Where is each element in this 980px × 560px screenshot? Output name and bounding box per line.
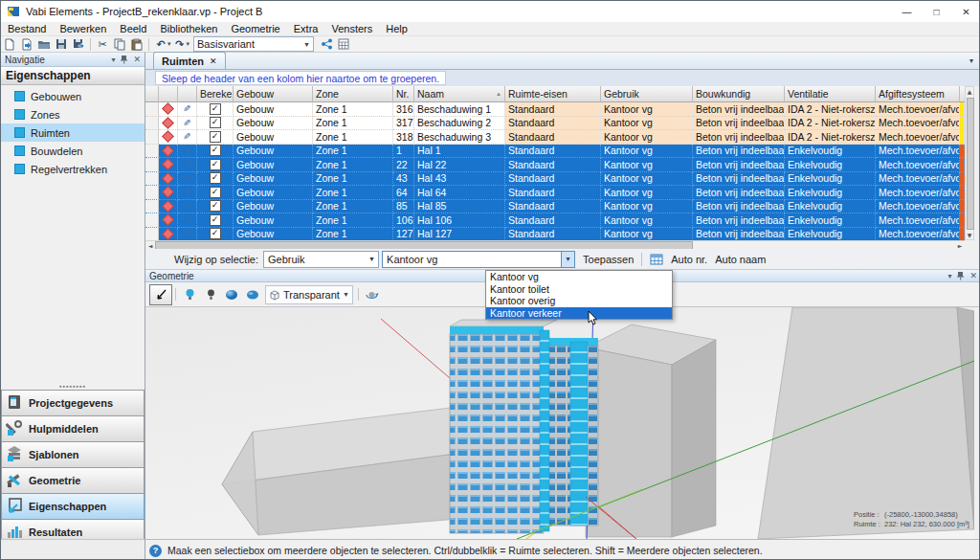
shaded-view-button[interactable]: [221, 285, 242, 304]
dropdown-option[interactable]: Kantoor toilet: [486, 283, 672, 296]
column-header-gebouw[interactable]: Gebouw: [234, 86, 313, 102]
display-mode-combobox[interactable]: Transparant ▼: [265, 285, 353, 304]
bereken-checkbox[interactable]: ✓: [210, 159, 221, 170]
scroll-up-icon[interactable]: ▲: [966, 88, 973, 95]
geometry-3d-viewport[interactable]: Positie : (-25800,-13000,34858) Ruimte :…: [145, 307, 974, 539]
column-header-naam[interactable]: Naam▲: [414, 86, 505, 102]
menu-bestand[interactable]: Bestand: [1, 23, 53, 34]
splitter-handle[interactable]: ▪▪▪▪▪▪▪▪: [1, 382, 145, 390]
column-header-ruimteeisen[interactable]: Ruimte-eisen: [505, 86, 601, 102]
menu-extra[interactable]: Extra: [287, 23, 325, 34]
table-row[interactable]: ✎✓GebouwZone 122Hal 22StandaardKantoor v…: [145, 158, 965, 172]
paste-button[interactable]: [128, 36, 145, 52]
module-button-geometrie[interactable]: Geometrie: [1, 467, 145, 493]
maximize-button[interactable]: □: [922, 1, 951, 22]
table-row[interactable]: ✎✓GebouwZone 164Hal 64StandaardKantoor v…: [145, 186, 965, 200]
auto-naam-button[interactable]: Auto naam: [715, 254, 766, 265]
column-header-bereke[interactable]: Bereke: [197, 86, 234, 102]
pin-icon[interactable]: [956, 271, 965, 280]
new-file-button[interactable]: [1, 36, 18, 52]
menu-bibliotheken[interactable]: Bibliotheken: [153, 23, 224, 34]
sidebar-item-regelvertrekken[interactable]: Regelvertrekken: [1, 160, 145, 178]
menu-help[interactable]: Help: [379, 23, 414, 34]
menu-beeld[interactable]: Beeld: [113, 23, 153, 34]
group-by-bar[interactable]: Sleep de header van een kolom hier naart…: [145, 70, 980, 86]
bereken-checkbox[interactable]: ✓: [210, 131, 221, 143]
menu-geometrie[interactable]: Geometrie: [224, 23, 286, 34]
bereken-checkbox[interactable]: ✓: [210, 172, 221, 184]
close-button[interactable]: ✕: [951, 1, 980, 22]
table-row[interactable]: ✎✓GebouwZone 1106Hal 106StandaardKantoor…: [145, 213, 965, 228]
table-row[interactable]: ✎✓GebouwZone 11Hal 1StandaardKantoor vgB…: [145, 145, 965, 159]
table-row[interactable]: ✎✓GebouwZone 1127Hal 127StandaardKantoor…: [145, 228, 965, 242]
bereken-checkbox[interactable]: ✓: [210, 214, 221, 226]
building-right-tower[interactable]: [758, 307, 974, 539]
cut-button[interactable]: ✂: [94, 36, 111, 52]
sidebar-item-ruimten[interactable]: Ruimten: [1, 123, 145, 142]
bereken-checkbox[interactable]: ✓: [210, 187, 221, 198]
copy-button[interactable]: [111, 36, 128, 52]
scroll-left-icon[interactable]: ◄: [145, 242, 155, 249]
module-button-sjablonen[interactable]: Sjablonen: [1, 441, 145, 467]
column-header-nr[interactable]: Nr.: [393, 86, 414, 102]
table-row[interactable]: ✎✓GebouwZone 1318Beschaduwing 3Standaard…: [145, 130, 965, 145]
module-button-projectgegevens[interactable]: Projectgegevens: [1, 390, 145, 415]
sidebar-item-gebouwen[interactable]: Gebouwen: [1, 87, 145, 105]
scrollbar-thumb[interactable]: [967, 98, 974, 230]
table-vertical-scrollbar[interactable]: ▲ ▼: [965, 86, 974, 240]
module-button-hulpmiddelen[interactable]: Hulpmiddelen: [1, 415, 145, 441]
solid-view-button[interactable]: [242, 285, 263, 304]
redo-dropdown-arrow[interactable]: ▾: [187, 40, 190, 48]
module-button-eigenschappen[interactable]: Eigenschappen: [1, 493, 145, 519]
minimize-button[interactable]: —: [892, 1, 922, 22]
table-row[interactable]: ✎✓GebouwZone 143Hal 43StandaardKantoor v…: [145, 172, 965, 187]
variant-combobox[interactable]: Basisvariant▼: [193, 36, 314, 52]
value-combobox[interactable]: Kantoor vg▼: [382, 251, 575, 268]
dropdown-option[interactable]: Kantoor verkeer: [486, 307, 672, 320]
light-on-button[interactable]: [179, 285, 200, 304]
orbit-tool-button[interactable]: [362, 285, 383, 304]
bereken-checkbox[interactable]: ✓: [210, 145, 221, 156]
chevron-down-icon[interactable]: ▾: [947, 272, 951, 280]
property-combobox[interactable]: Gebruik▼: [263, 251, 379, 268]
pin-icon[interactable]: [120, 55, 128, 64]
menu-vensters[interactable]: Vensters: [324, 23, 379, 34]
chevron-down-icon[interactable]: ▾: [111, 56, 115, 64]
column-header-afgiftesysteem[interactable]: Afgiftesysteem: [876, 86, 960, 102]
sidebar-item-zones[interactable]: Zones: [1, 105, 145, 123]
calculate-button[interactable]: [335, 36, 352, 52]
building-middle-box[interactable]: [586, 325, 716, 537]
gebruik-dropdown-list[interactable]: Kantoor vgKantoor toiletKantoor overigKa…: [485, 270, 673, 320]
light-off-button[interactable]: [200, 285, 221, 304]
table-row[interactable]: ✎✓GebouwZone 1316Beschaduwing 1Standaard…: [145, 102, 965, 117]
column-header-bouwkundig[interactable]: Bouwkundig: [693, 86, 785, 102]
close-icon[interactable]: ✕: [133, 55, 141, 64]
help-icon[interactable]: ?: [149, 545, 162, 557]
import-button[interactable]: [18, 36, 35, 52]
building-selected-tower[interactable]: [450, 320, 598, 533]
dropdown-option[interactable]: Kantoor overig: [486, 295, 672, 307]
table-icon[interactable]: [650, 254, 663, 265]
scroll-down-icon[interactable]: ▼: [966, 232, 973, 238]
column-header-zone[interactable]: Zone: [313, 86, 393, 102]
apply-button[interactable]: Toepassen: [583, 254, 634, 265]
column-header-gebruik[interactable]: Gebruik: [601, 86, 693, 102]
share-button[interactable]: [318, 36, 335, 52]
bereken-checkbox[interactable]: ✓: [210, 103, 221, 115]
auto-nr-button[interactable]: Auto nr.: [671, 254, 707, 265]
save-button[interactable]: [53, 36, 70, 52]
tab-ruimten[interactable]: Ruimten ✕: [153, 52, 226, 69]
sidebar-item-bouwdelen[interactable]: Bouwdelen: [1, 142, 145, 160]
column-header-ventilatie[interactable]: Ventilatie: [785, 86, 876, 102]
close-icon[interactable]: ✕: [969, 271, 977, 280]
bereken-checkbox[interactable]: ✓: [210, 117, 221, 128]
menu-bewerken[interactable]: Bewerken: [53, 23, 113, 34]
bereken-checkbox[interactable]: ✓: [210, 200, 221, 212]
open-button[interactable]: [35, 36, 53, 52]
save-as-button[interactable]: [70, 36, 87, 52]
tab-close-icon[interactable]: ✕: [210, 56, 217, 66]
dropdown-option[interactable]: Kantoor vg: [486, 271, 672, 283]
bereken-checkbox[interactable]: ✓: [210, 228, 221, 239]
table-row[interactable]: ✎✓GebouwZone 185Hal 85StandaardKantoor v…: [145, 200, 965, 214]
table-row[interactable]: ✎✓GebouwZone 1317Beschaduwing 2Standaard…: [145, 117, 965, 131]
